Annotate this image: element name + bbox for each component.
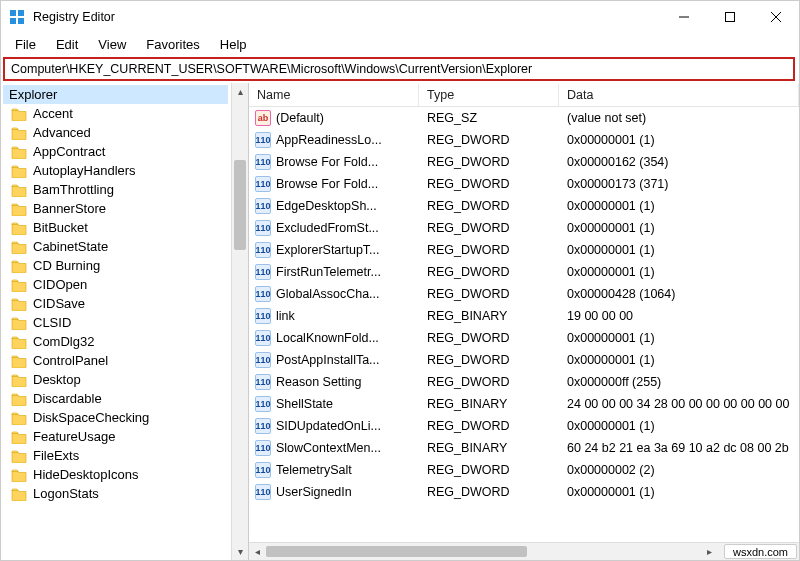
main-area: ˄ Explorer AccentAdvancedAppContractAuto… <box>1 83 799 560</box>
menu-help[interactable]: Help <box>210 35 257 54</box>
value-data: 0x00000001 (1) <box>559 243 799 257</box>
tree-scroll: Explorer AccentAdvancedAppContractAutopl… <box>1 83 248 560</box>
tree-item[interactable]: ComDlg32 <box>1 332 248 351</box>
value-name: AppReadinessLo... <box>276 133 382 147</box>
value-type: REG_DWORD <box>419 243 559 257</box>
value-name: EdgeDesktopSh... <box>276 199 377 213</box>
list-row[interactable]: 110SIDUpdatedOnLi...REG_DWORD0x00000001 … <box>249 415 799 437</box>
value-type: REG_DWORD <box>419 419 559 433</box>
tree-item[interactable]: AutoplayHandlers <box>1 161 248 180</box>
value-type: REG_DWORD <box>419 133 559 147</box>
scrollbar-thumb[interactable] <box>234 160 246 250</box>
list-row[interactable]: 110LocalKnownFold...REG_DWORD0x00000001 … <box>249 327 799 349</box>
value-type: REG_DWORD <box>419 375 559 389</box>
value-type-icon: 110 <box>255 484 271 500</box>
value-type: REG_DWORD <box>419 287 559 301</box>
maximize-button[interactable] <box>707 1 753 33</box>
tree-item-selected[interactable]: Explorer <box>3 85 228 104</box>
value-name: SIDUpdatedOnLi... <box>276 419 381 433</box>
list-row[interactable]: 110AppReadinessLo...REG_DWORD0x00000001 … <box>249 129 799 151</box>
value-name: SlowContextMen... <box>276 441 381 455</box>
list-row[interactable]: 110TelemetrySaltREG_DWORD0x00000002 (2) <box>249 459 799 481</box>
tree-item[interactable]: ControlPanel <box>1 351 248 370</box>
horizontal-scrollbar[interactable]: ◂ ▸ wsxdn.com <box>249 542 799 560</box>
list-row[interactable]: 110ExcludedFromSt...REG_DWORD0x00000001 … <box>249 217 799 239</box>
minimize-button[interactable] <box>661 1 707 33</box>
scroll-arrow-right-icon[interactable]: ▸ <box>701 543 718 560</box>
list-row[interactable]: 110PostAppInstallTa...REG_DWORD0x0000000… <box>249 349 799 371</box>
address-bar[interactable]: Computer\HKEY_CURRENT_USER\SOFTWARE\Micr… <box>3 57 795 81</box>
value-data: 0x00000428 (1064) <box>559 287 799 301</box>
list-row[interactable]: 110Reason SettingREG_DWORD0x000000ff (25… <box>249 371 799 393</box>
tree-item[interactable]: Advanced <box>1 123 248 142</box>
tree-vertical-scrollbar[interactable]: ▴ ▾ <box>231 83 248 560</box>
tree-item-label: CLSID <box>33 315 71 330</box>
value-name: ExplorerStartupT... <box>276 243 380 257</box>
value-name: UserSignedIn <box>276 485 352 499</box>
list-row[interactable]: 110ShellStateREG_BINARY24 00 00 00 34 28… <box>249 393 799 415</box>
tree-item[interactable]: CIDOpen <box>1 275 248 294</box>
tree-item[interactable]: FeatureUsage <box>1 427 248 446</box>
value-data: 0x00000002 (2) <box>559 463 799 477</box>
svg-rect-3 <box>18 18 24 24</box>
value-type-icon: 110 <box>255 352 271 368</box>
tree-item[interactable]: BannerStore <box>1 199 248 218</box>
value-type: REG_DWORD <box>419 155 559 169</box>
list-row[interactable]: 110Browse For Fold...REG_DWORD0x00000173… <box>249 173 799 195</box>
menu-edit[interactable]: Edit <box>46 35 88 54</box>
tree-item[interactable]: BamThrottling <box>1 180 248 199</box>
scroll-arrow-left-icon[interactable]: ◂ <box>249 543 266 560</box>
list-row[interactable]: 110GlobalAssocCha...REG_DWORD0x00000428 … <box>249 283 799 305</box>
tree-item[interactable]: CD Burning <box>1 256 248 275</box>
tree-item[interactable]: HideDesktopIcons <box>1 465 248 484</box>
menu-favorites[interactable]: Favorites <box>136 35 209 54</box>
tree-item[interactable]: CabinetState <box>1 237 248 256</box>
value-type-icon: 110 <box>255 330 271 346</box>
tree-item[interactable]: DiskSpaceChecking <box>1 408 248 427</box>
tree-item-label: BamThrottling <box>33 182 114 197</box>
tree-item[interactable]: LogonStats <box>1 484 248 503</box>
menu-file[interactable]: File <box>5 35 46 54</box>
value-type-icon: 110 <box>255 396 271 412</box>
tree-item[interactable]: Accent <box>1 104 248 123</box>
tree-item[interactable]: CIDSave <box>1 294 248 313</box>
tree-item-label: Advanced <box>33 125 91 140</box>
value-data: 0x00000001 (1) <box>559 221 799 235</box>
value-name: Reason Setting <box>276 375 361 389</box>
value-type: REG_DWORD <box>419 221 559 235</box>
list-row[interactable]: 110EdgeDesktopSh...REG_DWORD0x00000001 (… <box>249 195 799 217</box>
value-data: 0x00000173 (371) <box>559 177 799 191</box>
value-data: 0x00000001 (1) <box>559 419 799 433</box>
tree-item-label: CabinetState <box>33 239 108 254</box>
menu-view[interactable]: View <box>88 35 136 54</box>
tree-item[interactable]: FileExts <box>1 446 248 465</box>
scroll-arrow-down-icon[interactable]: ▾ <box>232 543 248 560</box>
list-row[interactable]: 110ExplorerStartupT...REG_DWORD0x0000000… <box>249 239 799 261</box>
header-data[interactable]: Data <box>559 84 799 106</box>
value-type-icon: 110 <box>255 242 271 258</box>
close-button[interactable] <box>753 1 799 33</box>
tree-item-label: Desktop <box>33 372 81 387</box>
value-type-icon: 110 <box>255 176 271 192</box>
list-row[interactable]: 110UserSignedInREG_DWORD0x00000001 (1) <box>249 481 799 503</box>
scroll-arrow-up-icon[interactable]: ▴ <box>232 83 248 100</box>
list-row[interactable]: 110SlowContextMen...REG_BINARY60 24 b2 2… <box>249 437 799 459</box>
value-type: REG_DWORD <box>419 177 559 191</box>
list-row[interactable]: 110Browse For Fold...REG_DWORD0x00000162… <box>249 151 799 173</box>
list-row[interactable]: 110FirstRunTelemetr...REG_DWORD0x0000000… <box>249 261 799 283</box>
tree-item[interactable]: BitBucket <box>1 218 248 237</box>
tree-item[interactable]: Discardable <box>1 389 248 408</box>
tree-item[interactable]: AppContract <box>1 142 248 161</box>
tree-item-label: ComDlg32 <box>33 334 94 349</box>
list-row[interactable]: ab(Default)REG_SZ(value not set) <box>249 107 799 129</box>
tree-item-label: BitBucket <box>33 220 88 235</box>
list-headers: Name Type Data <box>249 83 799 107</box>
header-name[interactable]: Name <box>249 84 419 106</box>
list-row[interactable]: 110linkREG_BINARY19 00 00 00 <box>249 305 799 327</box>
header-type[interactable]: Type <box>419 84 559 106</box>
tree-item[interactable]: CLSID <box>1 313 248 332</box>
h-scrollbar-thumb[interactable] <box>266 546 527 557</box>
value-type: REG_BINARY <box>419 309 559 323</box>
value-name: ExcludedFromSt... <box>276 221 379 235</box>
tree-item[interactable]: Desktop <box>1 370 248 389</box>
